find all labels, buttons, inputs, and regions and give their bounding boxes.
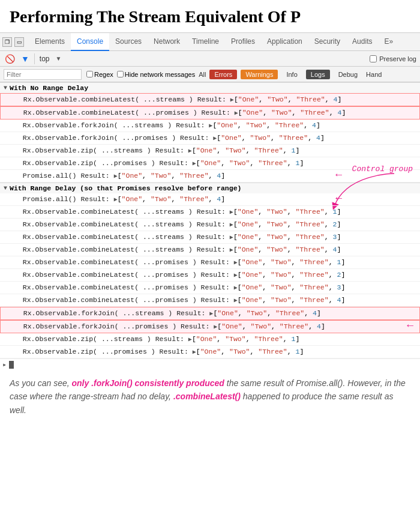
devtools-panel: ❐ ▭ Elements Console Sources Network Tim… [0,32,420,370]
hide-network-label: Hide network messages [125,71,195,78]
preserve-log-checkbox[interactable] [370,55,377,62]
page-title: Performing The Stream Equivalent Of P [0,0,420,32]
console-line: Promise.all() Result: ▶["One", "Two", "T… [0,193,420,206]
hide-network-checkbox[interactable] [117,71,124,77]
bottom-text-part1: As you can see, [10,378,72,388]
device-icon[interactable]: ▭ [14,37,24,47]
console-line: Rx.Observable.zip( ...promises ) Result:… [0,346,420,358]
hide-network-option[interactable]: Hide network messages [117,71,195,78]
preserve-log-text: Preserve log [379,55,416,62]
tab-bar: ❐ ▭ Elements Console Sources Network Tim… [0,33,420,51]
tab-security[interactable]: Security [308,33,346,51]
tab-more[interactable]: E» [378,33,399,51]
console-line: Rx.Observable.combineLatest( ...promises… [0,106,420,119]
all-label[interactable]: All [199,71,206,78]
logs-button[interactable]: Logs [306,70,330,79]
triangle-icon-1: ▼ [4,85,7,91]
console-line: Rx.Observable.combineLatest( ...promises… [0,269,420,282]
tab-icons: ❐ ▭ [2,37,24,47]
debug-button[interactable]: Debug [334,70,362,79]
console-output: ▼ With No Range Delay Rx.Observable.comb… [0,82,420,370]
triangle-icon-2: ▼ [4,185,7,192]
console-line: Rx.Observable.forkJoin( ...promises ) Re… [0,132,420,145]
cursor [9,361,14,369]
group-title-2: With Range Delay (so that Promises resol… [10,184,241,192]
regex-label: Regex [94,71,113,78]
tab-sources[interactable]: Sources [109,33,148,51]
console-line: Rx.Observable.zip( ...streams ) Result: … [0,145,420,157]
console-line: Rx.Observable.combineLatest( ...promises… [0,294,420,307]
bottom-text-highlight2: .combineLatest() [173,392,241,401]
tab-audits[interactable]: Audits [346,33,378,51]
tab-timeline[interactable]: Timeline [186,33,225,51]
console-line: Rx.Observable.combineLatest( ...streams … [0,219,420,231]
inspect-icon[interactable]: ❐ [2,37,12,47]
console-line: Rx.Observable.combineLatest( ...streams … [0,244,420,256]
console-line: Rx.Observable.zip( ...streams ) Result: … [0,333,420,346]
hand-label[interactable]: Hand [366,71,382,78]
console-line: Rx.Observable.forkJoin( ...promises ) Re… [0,320,420,333]
filter-options: Regex Hide network messages All Errors W… [86,70,382,79]
tab-elements[interactable]: Elements [29,33,71,51]
console-line: Rx.Observable.zip( ...promises ) Result:… [0,157,420,170]
warnings-button[interactable]: Warnings [241,70,278,79]
console-line: Rx.Observable.forkJoin( ...streams ) Res… [0,307,420,320]
console-line: Promise.all() Result: ▶["One", "Two", "T… [0,170,420,183]
filter-icon[interactable]: ▼ [20,54,31,64]
tab-console[interactable]: Console [71,33,109,51]
bottom-text-highlight1: only .forkJoin() consistently produced [72,378,224,388]
separator [34,53,35,64]
console-line: Rx.Observable.combineLatest( ...promises… [0,256,420,269]
console-line: Rx.Observable.combineLatest( ...streams … [0,93,420,106]
console-line: Rx.Observable.forkJoin( ...streams ) Res… [0,119,420,132]
console-line: Rx.Observable.combineLatest( ...streams … [0,231,420,244]
tab-profiles[interactable]: Profiles [225,33,261,51]
info-button[interactable]: Info [281,70,302,79]
group-header-2[interactable]: ▼ With Range Delay (so that Promises res… [0,183,420,193]
bottom-explanation: As you can see, only .forkJoin() consist… [0,370,420,426]
tab-network[interactable]: Network [148,33,186,51]
regex-checkbox[interactable] [86,71,93,77]
console-prompt-row: ▸ [0,358,420,370]
errors-button[interactable]: Errors [209,70,237,79]
tab-application[interactable]: Application [261,33,308,51]
group-title-1: With No Range Delay [10,84,88,92]
prompt-icon: ▸ [2,360,7,369]
preserve-log-label[interactable]: Preserve log [370,55,416,62]
filter-row: Regex Hide network messages All Errors W… [0,67,420,82]
group-header-1[interactable]: ▼ With No Range Delay [0,82,420,93]
console-line: Rx.Observable.combineLatest( ...streams … [0,206,420,219]
dropdown-arrow[interactable]: ▼ [55,55,63,62]
console-line: Rx.Observable.combineLatest( ...promises… [0,282,420,294]
regex-option[interactable]: Regex [86,71,113,78]
toolbar-row: 🚫 ▼ top ▼ Preserve log [0,51,420,67]
filter-input[interactable] [4,69,82,80]
clear-icon[interactable]: 🚫 [4,54,16,64]
top-label: top [38,55,51,63]
